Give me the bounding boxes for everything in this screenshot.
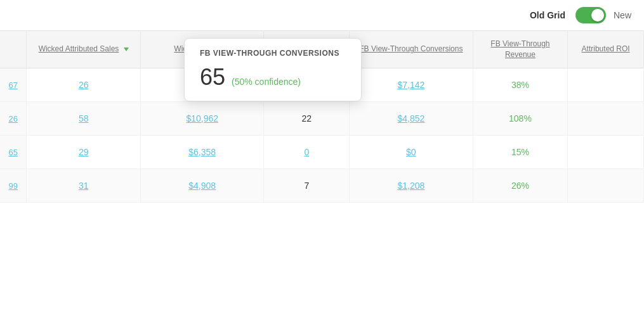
fb-view-revenue-link[interactable]: FB View-Through Conversions [359,44,463,53]
col-header-attributed-roi[interactable]: FB View-Through Revenue [473,31,568,68]
cell-last-col [568,135,644,169]
row-nav-cell: 65 [0,135,27,169]
attributed-roi-link[interactable]: FB View-Through Revenue [490,39,549,59]
cell-attributed-roi: 26% [473,169,568,202]
cell-fb-view-through: 22 [264,101,350,135]
tooltip-popup: FB VIEW-THROUGH CONVERSIONS 65 (50% conf… [184,38,362,101]
cell-fb-view-through: 7 [264,169,350,202]
new-label: New [614,10,631,20]
col-header-fb-view-revenue[interactable]: FB View-Through Conversions [350,31,473,68]
top-bar: Old Grid New [0,0,644,30]
cell-attributed-roi: 15% [473,135,568,169]
table-row: 9931$4,9087$1,20826% [0,169,644,202]
cell-last-col [568,68,644,101]
cell-last-col [568,101,644,135]
cell-wicked-sales[interactable]: 31 [27,169,141,202]
row-nav-cell: 26 [0,101,27,135]
cell-fb-view-revenue[interactable]: $4,852 [350,101,473,135]
old-grid-label: Old Grid [530,10,565,20]
cell-wicked-revenue[interactable]: $10,962 [140,101,264,135]
grid-toggle-wrapper: Old Grid New [530,7,631,23]
cell-last-col [568,169,644,202]
nav-col-header [0,31,27,68]
table-row: 6529$6,3580$015% [0,135,644,169]
cell-wicked-sales[interactable]: 26 [27,68,141,101]
tooltip-value-wrapper: 65 (50% confidence) [200,64,346,91]
cell-wicked-sales[interactable]: 58 [27,101,141,135]
row-nav-cell: 99 [0,169,27,202]
last-col-link[interactable]: Attributed ROI [582,44,630,53]
row-nav-cell: 67 [0,68,27,101]
cell-fb-view-revenue[interactable]: $0 [350,135,473,169]
cell-fb-view-revenue[interactable]: $1,208 [350,169,473,202]
cell-fb-view-revenue[interactable]: $7,142 [350,68,473,101]
tooltip-title: FB VIEW-THROUGH CONVERSIONS [200,49,346,58]
cell-fb-view-through: 0 [264,135,350,169]
sort-arrow-icon [124,48,129,51]
grid-toggle-switch[interactable] [575,7,606,23]
cell-wicked-revenue[interactable]: $4,908 [140,169,264,202]
col-header-wicked-sales[interactable]: Wicked Attributed Sales [27,31,141,68]
cell-attributed-roi: 38% [473,68,568,101]
wicked-sales-link[interactable]: Wicked Attributed Sales [39,44,119,53]
tooltip-confidence: (50% confidence) [232,77,301,87]
cell-wicked-revenue[interactable]: $6,358 [140,135,264,169]
cell-attributed-roi: 108% [473,101,568,135]
tooltip-number: 65 [200,64,225,91]
col-header-last[interactable]: Attributed ROI [568,31,644,68]
table-row: 2658$10,96222$4,852108% [0,101,644,135]
cell-wicked-sales[interactable]: 29 [27,135,141,169]
